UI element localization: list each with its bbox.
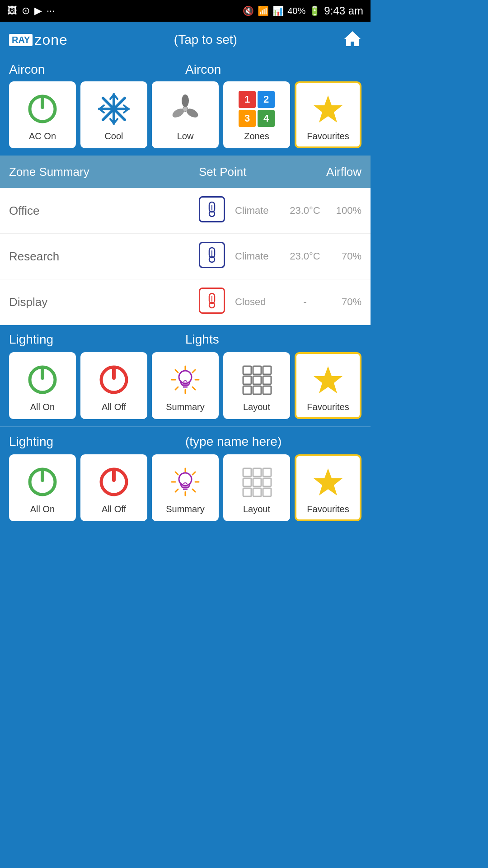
bottom-summary-button[interactable]: Summary — [152, 454, 219, 521]
fan-icon — [165, 89, 206, 129]
favourites-label: Favourites — [307, 131, 349, 142]
aircon-label2: Aircon — [185, 62, 361, 77]
bottom-all-off-icon — [94, 462, 134, 502]
all-off-button[interactable]: All Off — [80, 352, 147, 419]
summary-label: Summary — [166, 402, 205, 412]
tap-to-set[interactable]: (Tap to set) — [174, 33, 237, 47]
svg-marker-54 — [314, 366, 343, 393]
svg-point-19 — [183, 107, 188, 111]
bottom-lighting-label1: Lighting — [9, 434, 185, 449]
svg-rect-52 — [253, 386, 261, 394]
all-on-button[interactable]: All On — [9, 352, 76, 419]
zone-summary-header: Zone Summary Set Point Airflow — [0, 156, 371, 188]
svg-line-40 — [192, 370, 195, 373]
svg-rect-45 — [243, 366, 251, 374]
lighting-favourites-button[interactable]: Favourites — [295, 352, 361, 419]
bottom-bulb-icon — [165, 462, 206, 502]
lighting-favourites-label: Favourites — [307, 402, 349, 412]
svg-rect-76 — [243, 488, 251, 496]
all-off-icon — [94, 359, 134, 400]
thermo-blue-icon — [199, 196, 225, 222]
all-off-label: All Off — [102, 402, 126, 412]
logo-ray: RAY — [9, 34, 33, 46]
svg-rect-48 — [243, 376, 251, 384]
aircon-button-grid: AC On — [9, 81, 361, 148]
home-button[interactable] — [343, 29, 361, 51]
low-button[interactable]: Low — [152, 81, 219, 148]
favourites-button[interactable]: Favourites — [295, 81, 361, 148]
battery-icon: 🔋 — [309, 5, 320, 16]
zone-icon-research — [199, 242, 228, 271]
svg-rect-75 — [263, 478, 271, 486]
app-logo: RAY zone — [9, 32, 68, 48]
aircon-section: Aircon Aircon AC On — [0, 58, 371, 156]
svg-rect-74 — [253, 478, 261, 486]
all-on-icon — [22, 359, 63, 400]
zone-row-display[interactable]: Display Closed - 70% — [0, 279, 371, 325]
lighting-label2: Lights — [185, 332, 361, 347]
zone-table: Office Climate 23.0°C 100% Research — [0, 188, 371, 325]
image-icon: 🖼 — [7, 5, 17, 17]
bottom-layout-button[interactable]: Layout — [223, 454, 290, 521]
bottom-star-icon — [308, 462, 348, 502]
layout-button[interactable]: Layout — [223, 352, 290, 419]
svg-point-16 — [182, 94, 189, 107]
svg-rect-73 — [243, 478, 251, 486]
record-icon: ⊙ — [22, 5, 30, 17]
svg-line-41 — [175, 387, 178, 390]
svg-rect-1 — [41, 96, 44, 109]
zone-name-display: Display — [9, 295, 199, 309]
bottom-all-off-label: All Off — [102, 504, 126, 514]
zones-button[interactable]: 1 2 3 4 Zones — [223, 81, 290, 148]
star-icon — [308, 89, 348, 129]
svg-rect-78 — [263, 488, 271, 496]
status-bar: 🖼 ⊙ ▶ ··· 🔇 📶 📊 40% 🔋 9:43 am — [0, 0, 371, 22]
svg-rect-77 — [253, 488, 261, 496]
svg-rect-51 — [243, 386, 251, 394]
svg-marker-79 — [314, 468, 343, 495]
zone-setpoint-office: 23.0°C — [280, 205, 330, 217]
zone-icon-display — [199, 288, 228, 316]
cool-button[interactable]: Cool — [80, 81, 147, 148]
svg-marker-20 — [314, 95, 343, 123]
bottom-layout-label: Layout — [243, 504, 270, 514]
bottom-all-off-button[interactable]: All Off — [80, 454, 147, 521]
lighting-labels: Lighting Lights — [9, 332, 361, 347]
svg-rect-56 — [41, 469, 44, 482]
time-display: 9:43 am — [324, 5, 363, 17]
aircon-labels: Aircon Aircon — [9, 62, 361, 77]
zone-setpoint-display: - — [280, 296, 330, 308]
lighting-section: Lighting Lights All On All Off — [0, 325, 371, 426]
svg-line-63 — [175, 472, 178, 475]
svg-line-38 — [175, 370, 178, 373]
zone-row-research[interactable]: Research Climate 23.0°C 70% — [0, 234, 371, 279]
snowflake-icon — [94, 89, 134, 129]
svg-line-65 — [192, 472, 195, 475]
low-label: Low — [177, 131, 194, 142]
bottom-all-on-button[interactable]: All On — [9, 454, 76, 521]
svg-rect-49 — [253, 376, 261, 384]
battery-text: 40% — [287, 6, 305, 16]
zone-setpoint-header: Set Point — [169, 165, 276, 179]
bottom-lighting-label2: (type name here) — [185, 434, 361, 449]
svg-rect-58 — [112, 469, 116, 482]
zone-mode-display: Closed — [235, 296, 280, 308]
aircon-label1: Aircon — [9, 62, 185, 77]
ac-on-button[interactable]: AC On — [9, 81, 76, 148]
bottom-layout-icon — [236, 462, 277, 502]
all-on-label: All On — [30, 402, 55, 412]
zone-row-office[interactable]: Office Climate 23.0°C 100% — [0, 188, 371, 234]
zone-airflow-research: 70% — [330, 250, 361, 262]
bottom-favourites-button[interactable]: Favourites — [295, 454, 361, 521]
zone-summary-section: Zone Summary Set Point Airflow Office Cl… — [0, 156, 371, 325]
zone-airflow-display: 70% — [330, 296, 361, 308]
svg-rect-72 — [263, 468, 271, 476]
zone-airflow-header: Airflow — [276, 165, 361, 179]
zones-label: Zones — [244, 131, 269, 142]
wifi-icon: 📶 — [258, 5, 269, 16]
summary-button[interactable]: Summary — [152, 352, 219, 419]
zone-setpoint-research: 23.0°C — [280, 250, 330, 262]
zone-airflow-office: 100% — [330, 205, 361, 217]
thermo-red-icon — [199, 288, 225, 314]
lighting-button-grid: All On All Off — [9, 352, 361, 419]
